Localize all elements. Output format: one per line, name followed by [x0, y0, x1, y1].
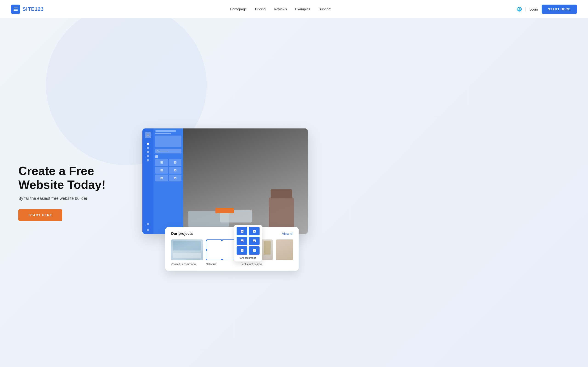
sidebar-dot-3 — [147, 151, 149, 153]
image-icon-5 — [160, 176, 163, 180]
chooser-label: Choose image — [237, 257, 259, 259]
hero-title: Create a Free Website Today! — [18, 164, 129, 192]
svg-rect-1 — [14, 9, 18, 10]
panel-bar-1 — [155, 130, 176, 132]
chooser-img-icon-4 — [252, 239, 256, 243]
nav-reviews[interactable]: Reviews — [274, 7, 287, 11]
chooser-thumb-4[interactable] — [249, 237, 259, 245]
room-photo — [183, 128, 308, 234]
image-chooser-popup: Choose image — [234, 225, 262, 261]
project-thumb-1 — [171, 240, 203, 260]
project-name-1: Phasellus commodo — [171, 263, 196, 266]
builder-sidebar-logo — [145, 132, 151, 138]
handle-tm — [221, 240, 223, 241]
builder-img-grid — [155, 159, 182, 181]
sidebar-dot-2 — [147, 147, 149, 149]
hero-right: Our projects View all Phasellus commodo — [142, 128, 588, 257]
svg-rect-3 — [147, 134, 149, 134]
login-link[interactable]: Login — [529, 7, 538, 11]
project-name-3: uculis luctus ante — [241, 263, 262, 266]
search-line — [159, 151, 169, 151]
navbar: SITE123 Homepage Pricing Reviews Example… — [0, 0, 588, 18]
hero-section: Create a Free Website Today! By far the … — [0, 18, 588, 367]
builder-checkbox-1 — [155, 155, 158, 158]
sidebar-dot-5 — [147, 159, 149, 161]
panel-bar-2 — [155, 133, 171, 134]
chooser-thumb-1[interactable] — [237, 227, 247, 235]
image-icon-2 — [174, 161, 177, 164]
chair-back — [271, 189, 292, 198]
builder-mockup — [142, 128, 308, 234]
nav-right: 🌐 Login START HERE — [517, 5, 577, 14]
sidebar-menu-icon — [146, 133, 150, 137]
svg-rect-5 — [147, 135, 149, 136]
svg-rect-2 — [14, 10, 18, 11]
handle-bm — [221, 259, 223, 260]
svg-rect-0 — [14, 8, 18, 8]
start-here-nav-button[interactable]: START HERE — [542, 5, 577, 14]
image-icon-4 — [174, 169, 177, 172]
project-item-2: Natoque — [206, 240, 238, 266]
chair-shape — [269, 197, 294, 229]
chooser-thumb-6[interactable] — [249, 246, 259, 255]
project-thumb-2 — [206, 240, 238, 260]
image-icon-1 — [160, 161, 163, 164]
nav-support[interactable]: Support — [319, 7, 331, 11]
svg-rect-4 — [147, 135, 149, 135]
nav-divider — [526, 7, 526, 11]
chooser-img-icon-3 — [240, 239, 244, 243]
builder-cta-btn — [216, 208, 234, 213]
hero-subtitle: By far the easiest free website builder — [18, 196, 129, 201]
globe-icon[interactable]: 🌐 — [517, 7, 522, 12]
nav-homepage[interactable]: Homepage — [230, 7, 247, 11]
projects-grid: Phasellus commodo Natoque — [171, 240, 293, 266]
img-thumb-2[interactable] — [169, 159, 182, 166]
handle-tl — [206, 240, 207, 241]
builder-search[interactable] — [155, 149, 182, 153]
sidebar-dot-1 — [147, 143, 149, 145]
nav-pricing[interactable]: Pricing — [255, 7, 266, 11]
image-icon-3 — [160, 169, 163, 172]
logo[interactable]: SITE123 — [11, 5, 44, 14]
projects-card: Our projects View all Phasellus commodo — [165, 227, 299, 271]
sidebar-dot-bottom-2 — [147, 229, 149, 231]
project-item-1: Phasellus commodo — [171, 240, 203, 266]
project-name-2: Natoque — [206, 263, 216, 266]
menu-icon — [13, 6, 18, 12]
logo-text: SITE123 — [23, 6, 44, 12]
handle-ml — [206, 249, 207, 251]
chooser-thumb-2[interactable] — [249, 227, 259, 235]
projects-title: Our projects — [171, 232, 193, 236]
img-thumb-6[interactable] — [169, 175, 182, 181]
img-thumb-5[interactable] — [155, 175, 168, 181]
hero-left: Create a Free Website Today! By far the … — [18, 164, 129, 221]
nav-links: Homepage Pricing Reviews Examples Suppor… — [230, 7, 330, 11]
project-item-4 — [276, 240, 293, 266]
builder-panel — [153, 128, 183, 234]
chooser-grid — [237, 227, 259, 255]
chooser-img-icon-1 — [240, 229, 244, 233]
start-here-hero-button[interactable]: START HERE — [18, 209, 62, 221]
project-thumb-4 — [276, 240, 293, 260]
panel-preview-box — [155, 135, 182, 147]
projects-header: Our projects View all — [171, 232, 293, 236]
logo-icon — [11, 5, 20, 14]
view-all-link[interactable]: View all — [282, 232, 293, 236]
chooser-img-icon-2 — [252, 229, 256, 233]
image-icon-6 — [174, 176, 177, 180]
chooser-img-icon-6 — [252, 249, 256, 252]
sidebar-dot-4 — [147, 155, 149, 157]
img-thumb-4[interactable] — [169, 167, 182, 174]
chooser-thumb-5[interactable] — [237, 246, 247, 255]
builder-sidebar — [142, 128, 153, 234]
chooser-thumb-3[interactable] — [237, 237, 247, 245]
builder-main — [183, 128, 308, 234]
chooser-img-icon-5 — [240, 249, 244, 252]
handle-bl — [206, 259, 207, 260]
img-thumb-1[interactable] — [155, 159, 168, 166]
img-thumb-3[interactable] — [155, 167, 168, 174]
search-icon — [157, 150, 158, 152]
nav-examples[interactable]: Examples — [295, 7, 310, 11]
sidebar-dot-bottom-1 — [147, 223, 149, 225]
